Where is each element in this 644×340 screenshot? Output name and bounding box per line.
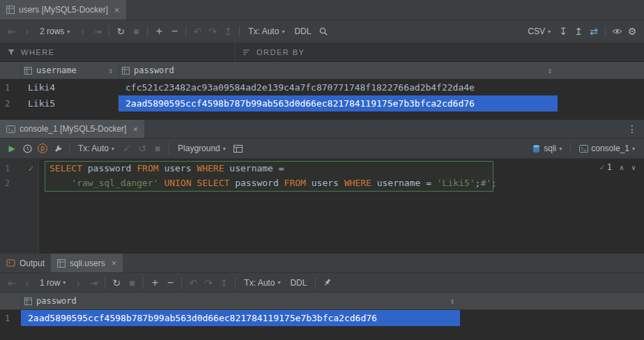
- tab-users-grid[interactable]: users [MySQL5-Docker] ×: [0, 0, 126, 20]
- statement-result-controls: ✓ 1 ∧ ∨: [599, 162, 636, 172]
- more-options-icon[interactable]: ⋮: [620, 120, 644, 138]
- last-page-button[interactable]: ⇥: [86, 275, 101, 291]
- row-number[interactable]: 1: [0, 79, 21, 95]
- view-options-eye-icon[interactable]: [609, 24, 624, 39]
- export-data-icon[interactable]: ↧: [555, 24, 571, 39]
- wrench-settings-icon[interactable]: [50, 141, 66, 156]
- run-button[interactable]: ▶: [4, 141, 20, 156]
- line-number: 1: [5, 164, 10, 173]
- sql-identifier: users: [164, 163, 197, 173]
- sort-toggle-icon[interactable]: ↕: [108, 66, 113, 75]
- toolbar-separator: [185, 26, 186, 37]
- pin-tab-icon[interactable]: [319, 275, 335, 291]
- console-session-dropdown[interactable]: console_1 ▾: [574, 141, 640, 156]
- redo-button[interactable]: ↷: [205, 24, 220, 39]
- next-result-icon[interactable]: ∨: [631, 164, 636, 171]
- tab-output[interactable]: Output: [0, 254, 51, 272]
- ddl-label: DDL: [294, 26, 311, 36]
- close-icon[interactable]: ×: [114, 5, 120, 15]
- page-size-dropdown[interactable]: 1 row ▾: [35, 275, 70, 291]
- last-page-button[interactable]: ⇥: [90, 24, 105, 39]
- row-number[interactable]: 1: [0, 310, 21, 326]
- submit-button[interactable]: ↥: [216, 275, 231, 291]
- ddl-button[interactable]: DDL: [289, 24, 316, 39]
- revert-button[interactable]: ↶: [190, 24, 205, 39]
- sql-keyword: SELECT: [49, 163, 88, 173]
- next-page-button[interactable]: ›: [70, 275, 86, 291]
- add-row-button[interactable]: +: [147, 275, 162, 291]
- explain-plan-icon[interactable]: p: [35, 141, 50, 156]
- cell-password-selected[interactable]: 2aad5890595ccf4598b787b99ab563d0d66ec821…: [21, 310, 460, 326]
- sort-toggle-icon[interactable]: ↕: [450, 297, 454, 306]
- tab-console-1[interactable]: console_1 [MySQL5-Docker] ×: [0, 120, 144, 138]
- rollback-button[interactable]: ↺: [135, 141, 150, 156]
- editor-code-area[interactable]: SELECT password FROM users WHERE usernam…: [40, 159, 644, 190]
- compare-data-icon[interactable]: ⇄: [586, 24, 601, 39]
- where-filter-field[interactable]: WHERE: [0, 43, 236, 61]
- import-data-icon[interactable]: ↥: [571, 24, 586, 39]
- settings-gear-icon[interactable]: ⚙: [624, 24, 640, 39]
- sql-identifier: username: [229, 163, 278, 173]
- export-format-dropdown[interactable]: CSV ▾: [523, 24, 555, 39]
- order-by-filter-field[interactable]: ORDER BY: [236, 43, 644, 61]
- submit-button[interactable]: ↥: [220, 24, 236, 39]
- output-layout-icon[interactable]: [231, 141, 246, 156]
- output-icon: [6, 258, 15, 268]
- playground-mode-dropdown[interactable]: Playground ▾: [173, 141, 231, 156]
- toolbar-separator: [147, 26, 148, 37]
- search-icon[interactable]: [316, 24, 331, 39]
- refresh-button[interactable]: ↻: [109, 275, 124, 291]
- output-toolbar: ⇤ ‹ 1 row ▾ › ⇥ ↻ ■ + − ↶ ↷ ↥ Tx: Auto ▾…: [0, 273, 644, 293]
- refresh-button[interactable]: ↻: [113, 24, 128, 39]
- stop-button[interactable]: ■: [128, 24, 144, 39]
- sort-toggle-icon[interactable]: ↕: [547, 66, 552, 75]
- close-icon[interactable]: ×: [132, 124, 138, 134]
- next-page-button[interactable]: ›: [75, 24, 90, 39]
- ddl-button[interactable]: DDL: [285, 275, 312, 291]
- console-tabbar: console_1 [MySQL5-Docker] × ⋮: [0, 120, 644, 139]
- tx-mode-dropdown[interactable]: Tx: Auto ▾: [243, 24, 289, 39]
- first-page-button[interactable]: ⇤: [4, 24, 20, 39]
- tab-result-sqli-users[interactable]: sqli.users ×: [51, 254, 123, 272]
- table-row: 2 Liki5 2aad5890595ccf4598b787b99ab563d0…: [0, 95, 644, 111]
- cell-username[interactable]: Liki4: [21, 79, 118, 95]
- stop-button[interactable]: ■: [124, 275, 139, 291]
- order-by-label: ORDER BY: [256, 48, 305, 56]
- schema-dropdown[interactable]: sqli ▾: [527, 141, 567, 156]
- code-line[interactable]: SELECT password FROM users WHERE usernam…: [40, 161, 644, 176]
- previous-page-button[interactable]: ‹: [20, 275, 35, 291]
- tx-mode-dropdown[interactable]: Tx: Auto ▾: [239, 275, 285, 291]
- delete-row-button[interactable]: −: [162, 275, 178, 291]
- tx-mode-label: Tx: Auto: [248, 26, 279, 36]
- revert-button[interactable]: ↶: [185, 275, 201, 291]
- row-number[interactable]: 2: [0, 95, 21, 111]
- commit-button[interactable]: ✓: [119, 141, 135, 156]
- previous-page-button[interactable]: ‹: [20, 24, 35, 39]
- column-header-password[interactable]: password ↕: [21, 293, 460, 309]
- page-size-dropdown[interactable]: 2 rows ▾: [35, 24, 75, 39]
- toolbar-separator: [605, 26, 606, 37]
- delete-row-button[interactable]: −: [167, 24, 182, 39]
- console-icon: [579, 144, 588, 153]
- cell-password-selected[interactable]: 2aad5890595ccf4598b787b99ab563d0d66ec821…: [118, 95, 558, 111]
- close-icon[interactable]: ×: [112, 258, 117, 268]
- history-clock-icon[interactable]: [20, 141, 35, 156]
- add-row-button[interactable]: +: [151, 24, 167, 39]
- cell-username[interactable]: Liki5: [21, 95, 118, 111]
- column-header-password[interactable]: password ↕: [118, 62, 558, 79]
- redo-button[interactable]: ↷: [201, 275, 216, 291]
- previous-result-icon[interactable]: ∧: [620, 164, 624, 171]
- code-line[interactable]: 'raw_sql_danger' UNION SELECT password F…: [40, 176, 644, 190]
- chevron-down-icon: ▾: [223, 146, 226, 152]
- stop-button[interactable]: ■: [150, 141, 165, 156]
- grid-toolbar: ⇤ ‹ 2 rows ▾ › ⇥ ↻ ■ + − ↶ ↷ ↥ Tx: Auto …: [0, 20, 644, 43]
- line-number: 2: [5, 178, 10, 188]
- cell-password[interactable]: cfc521c23482ac93a09584ad2e139c4a7fc87077…: [118, 79, 558, 95]
- tabbar-filler: [126, 0, 644, 20]
- tabbar-filler: [123, 254, 644, 272]
- first-page-button[interactable]: ⇤: [4, 275, 20, 291]
- column-header-username[interactable]: username ↕: [21, 62, 118, 79]
- tx-mode-dropdown[interactable]: Tx: Auto ▾: [73, 141, 119, 156]
- sql-editor[interactable]: 1 ✓ 2 SELECT password FROM users WHERE u…: [0, 159, 644, 254]
- table-icon: [6, 6, 15, 14]
